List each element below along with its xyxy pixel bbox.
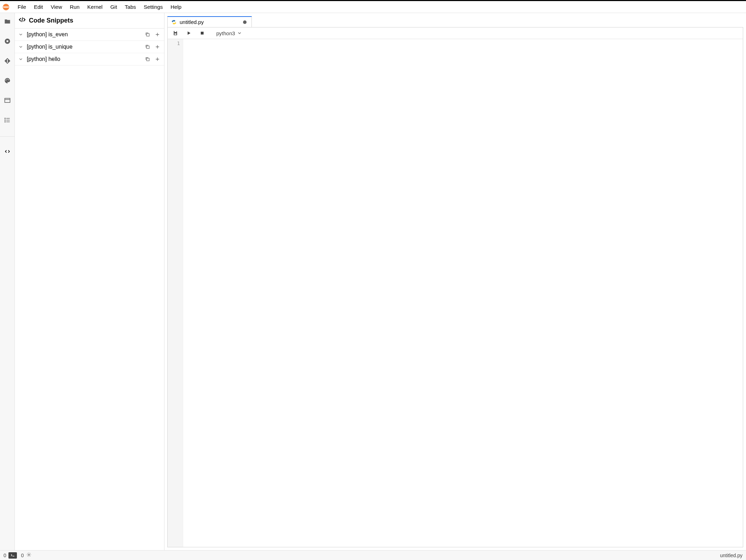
palette-icon[interactable] — [2, 76, 12, 86]
svg-rect-2 — [6, 41, 8, 42]
svg-point-6 — [5, 80, 6, 80]
status-count-b[interactable]: 0 — [21, 552, 32, 559]
svg-rect-18 — [201, 32, 204, 35]
terminal-icon — [8, 552, 17, 559]
menu-run[interactable]: Run — [66, 2, 83, 11]
snippet-label: [python] hello — [27, 56, 142, 62]
statusbar: 0 0 untitled.py — [0, 550, 746, 560]
code-snippets-icon[interactable] — [2, 147, 12, 156]
editor-tabbar: untitled.py — [167, 15, 743, 27]
svg-rect-17 — [174, 33, 176, 35]
copy-icon[interactable] — [144, 44, 151, 50]
code-icon — [18, 16, 26, 25]
insert-icon[interactable] — [154, 44, 161, 50]
status-count-a-value: 0 — [4, 553, 6, 558]
svg-point-11 — [5, 120, 5, 120]
kernel-label: python3 — [216, 30, 235, 36]
copy-icon[interactable] — [144, 56, 151, 62]
left-rail — [0, 13, 15, 550]
snippet-list: [python] is_even [python] is_unique [pyt… — [15, 29, 164, 550]
toc-icon[interactable] — [2, 115, 12, 125]
svg-rect-5 — [7, 60, 8, 62]
filebrowser-icon[interactable] — [2, 17, 12, 26]
svg-rect-9 — [5, 98, 10, 102]
sidepanel-title: Code Snippets — [29, 17, 73, 24]
gutter-line: 1 — [168, 41, 180, 46]
running-sessions-icon[interactable] — [2, 36, 12, 46]
menubar: File Edit View Run Kernel Git Tabs Setti… — [0, 1, 746, 13]
python-file-icon — [171, 19, 177, 25]
main-layout: Code Snippets [python] is_even [python] … — [0, 13, 746, 550]
save-icon[interactable] — [172, 30, 179, 37]
kernel-status-icon — [26, 552, 32, 559]
status-filename-label: untitled.py — [720, 553, 742, 558]
dirty-indicator-icon — [243, 20, 247, 24]
chevron-down-icon[interactable] — [18, 56, 24, 62]
snippet-row[interactable]: [python] is_even — [15, 29, 164, 41]
svg-point-12 — [5, 122, 5, 122]
rail-separator — [0, 136, 14, 137]
editor-tab-label: untitled.py — [180, 19, 204, 25]
svg-point-8 — [8, 79, 9, 80]
menu-settings[interactable]: Settings — [140, 2, 166, 11]
editor-gutter: 1 — [168, 39, 183, 547]
stop-icon[interactable] — [199, 30, 206, 37]
chevron-down-icon — [237, 31, 242, 36]
insert-icon[interactable] — [154, 31, 161, 38]
chevron-down-icon[interactable] — [18, 44, 24, 50]
run-icon[interactable] — [185, 30, 192, 37]
menu-view[interactable]: View — [47, 2, 66, 11]
svg-point-10 — [5, 118, 5, 119]
jupyter-logo-icon — [2, 3, 10, 11]
svg-point-19 — [28, 554, 30, 555]
editor-area: untitled.py python3 1 — [164, 13, 746, 550]
menu-kernel[interactable]: Kernel — [84, 2, 106, 11]
svg-point-7 — [7, 79, 7, 80]
snippet-label: [python] is_even — [27, 31, 142, 38]
code-editor[interactable] — [183, 39, 743, 547]
sidepanel-header: Code Snippets — [15, 13, 164, 29]
editor-frame: python3 1 — [167, 27, 743, 547]
chevron-down-icon[interactable] — [18, 32, 24, 37]
svg-rect-13 — [147, 33, 149, 36]
sidepanel-code-snippets: Code Snippets [python] is_even [python] … — [15, 13, 164, 550]
menu-git[interactable]: Git — [107, 2, 120, 11]
snippet-row[interactable]: [python] is_unique — [15, 41, 164, 53]
kernel-selector[interactable]: python3 — [216, 30, 242, 36]
copy-icon[interactable] — [144, 31, 151, 38]
svg-rect-16 — [174, 31, 176, 32]
tabs-panel-icon[interactable] — [2, 95, 12, 105]
git-icon[interactable] — [2, 56, 12, 66]
snippet-row[interactable]: [python] hello — [15, 53, 164, 66]
menu-edit[interactable]: Edit — [30, 2, 46, 11]
svg-rect-14 — [147, 46, 149, 48]
insert-icon[interactable] — [154, 56, 161, 62]
editor-toolbar: python3 — [168, 27, 743, 39]
status-count-a[interactable]: 0 — [4, 552, 17, 559]
svg-rect-15 — [147, 58, 149, 61]
snippet-label: [python] is_unique — [27, 44, 142, 50]
menu-help[interactable]: Help — [167, 2, 185, 11]
menu-tabs[interactable]: Tabs — [121, 2, 139, 11]
status-count-b-value: 0 — [21, 553, 24, 558]
menu-file[interactable]: File — [14, 2, 30, 11]
editor-body: 1 — [168, 39, 743, 547]
editor-tab[interactable]: untitled.py — [167, 16, 252, 27]
status-filename[interactable]: untitled.py — [720, 553, 742, 558]
